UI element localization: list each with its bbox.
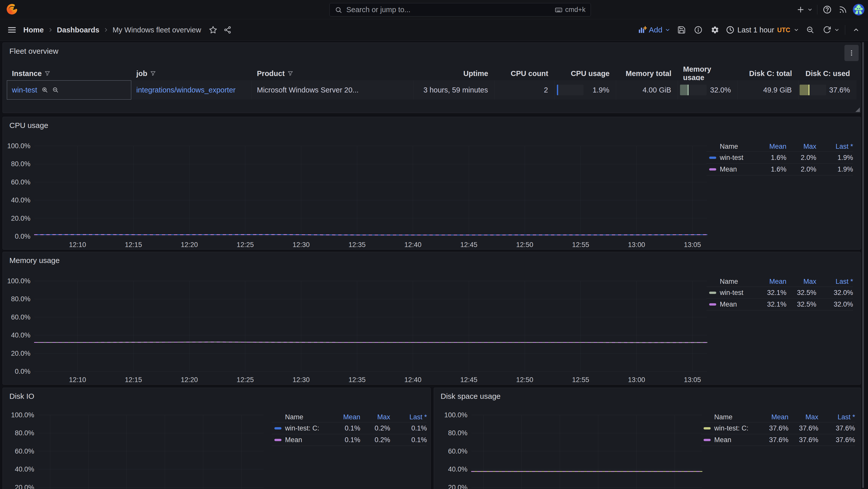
panel-resize-handle[interactable] — [855, 108, 860, 112]
column-header-product[interactable]: Product — [252, 69, 413, 78]
legend-header-name[interactable]: Name — [707, 143, 752, 151]
share-button[interactable] — [223, 26, 231, 34]
legend-header-mean[interactable]: Mean — [752, 143, 786, 151]
x-axis-tick-label: 12:15 — [116, 376, 151, 384]
legend-header-max[interactable]: Max — [788, 413, 818, 421]
legend-series-name[interactable]: win-test: C: — [714, 424, 748, 432]
help-button[interactable] — [822, 4, 833, 16]
legend-series-name[interactable]: Mean — [285, 436, 302, 444]
x-axis-tick-label: 12:25 — [227, 376, 263, 384]
breadcrumb-home[interactable]: Home — [23, 26, 44, 34]
legend-value: 1.9% — [816, 165, 853, 173]
legend-series-name[interactable]: Mean — [720, 301, 737, 308]
legend-header-last-[interactable]: Last * — [816, 143, 853, 151]
legend-series-name[interactable]: win-test — [720, 289, 743, 297]
legend-header-mean[interactable]: Mean — [754, 413, 788, 421]
legend-header-name[interactable]: Name — [707, 278, 752, 285]
legend-series-name[interactable]: win-test — [720, 154, 743, 162]
legend-value: 37.6% — [754, 436, 788, 444]
panel-title: Disk space usage — [441, 392, 501, 401]
legend-header-name[interactable]: Name — [272, 413, 326, 421]
panel-menu-button[interactable] — [844, 45, 859, 61]
job-link[interactable]: integrations/windows_exporter — [136, 86, 236, 94]
top-nav-bar: Search or jump to... cmd+k — [0, 0, 868, 19]
column-header-disk-used[interactable]: Disk C: used — [799, 69, 857, 78]
legend-table: NameMeanMaxLast *win-test1.6%2.0%1.9%Mea… — [707, 142, 853, 175]
column-header-memory-total[interactable]: Memory total — [616, 69, 678, 78]
y-axis-tick-label: 40.0% — [3, 465, 34, 473]
column-header-job[interactable]: job — [131, 69, 252, 78]
column-header-disk-total[interactable]: Disk C: total — [738, 69, 799, 78]
breadcrumb-dashboards[interactable]: Dashboards — [57, 26, 99, 34]
new-menu-button[interactable] — [795, 4, 813, 16]
legend-value: 0.1% — [390, 436, 427, 444]
filter-icon[interactable] — [287, 70, 293, 77]
y-axis-tick-label: 0.0% — [3, 368, 30, 375]
cell-product: Microsoft Windows Server 20... — [252, 80, 413, 99]
add-panel-button[interactable]: Add — [638, 25, 671, 34]
column-header-instance[interactable]: Instance — [7, 69, 131, 78]
page-scrollbar-thumb[interactable] — [862, 42, 864, 488]
legend-header-last-[interactable]: Last * — [390, 413, 427, 421]
x-axis-tick-label: 12:50 — [507, 241, 542, 249]
collapse-toolbar-button[interactable] — [850, 24, 862, 36]
cell-memory-total: 4.00 GiB — [616, 80, 678, 99]
time-range-picker[interactable]: Last 1 hour UTC — [726, 26, 800, 34]
x-axis-tick-label: 12:20 — [172, 376, 207, 384]
legend-header-name[interactable]: Name — [701, 413, 754, 421]
search-input[interactable]: Search or jump to... cmd+k — [329, 3, 591, 17]
instance-link[interactable]: win-test — [12, 86, 37, 94]
x-axis-tick-label: 12:35 — [339, 376, 375, 384]
x-axis-tick-label: 13:00 — [619, 241, 654, 249]
hamburger-menu-button[interactable] — [6, 24, 18, 36]
column-header-cpu-count[interactable]: CPU count — [495, 69, 555, 78]
zoom-out-time-button[interactable] — [804, 24, 816, 36]
series-color-swatch — [709, 292, 716, 294]
column-header-uptime[interactable]: Uptime — [413, 69, 495, 78]
legend-value: 0.1% — [326, 424, 360, 432]
y-axis-tick-label: 100.0% — [3, 411, 34, 419]
legend-header-mean[interactable]: Mean — [326, 413, 360, 421]
cell-uptime: 3 hours, 59 minutes — [413, 80, 495, 99]
series-color-swatch — [274, 439, 281, 441]
dashboard-settings-button[interactable] — [709, 24, 721, 36]
legend-header-mean[interactable]: Mean — [752, 278, 786, 285]
save-dashboard-button[interactable] — [676, 24, 687, 36]
series-line-mean — [34, 235, 707, 235]
chevron-down-icon — [807, 7, 813, 13]
user-avatar[interactable] — [853, 4, 864, 16]
zoom-in-icon[interactable] — [41, 86, 49, 93]
dashboard-info-button[interactable] — [692, 24, 704, 36]
panel-title: CPU usage — [9, 121, 48, 130]
legend-header-max[interactable]: Max — [786, 143, 816, 151]
column-header-memory-usage[interactable]: Memory usage — [678, 65, 738, 82]
legend-series-name[interactable]: Mean — [714, 436, 732, 444]
legend-series-name[interactable]: Mean — [720, 165, 737, 173]
filter-icon[interactable] — [44, 70, 51, 77]
legend-header-max[interactable]: Max — [786, 278, 816, 285]
legend-series-name[interactable]: win-test: C: — [285, 424, 319, 432]
column-header-cpu-usage[interactable]: CPU usage — [555, 69, 616, 78]
favorite-star-button[interactable] — [209, 26, 217, 34]
add-panel-icon — [638, 25, 647, 34]
legend-row: Mean0.1%0.2%0.1% — [272, 434, 427, 446]
y-axis-tick-label: 60.0% — [3, 313, 30, 321]
legend-value: 1.6% — [752, 154, 786, 162]
refresh-button-group[interactable] — [821, 24, 840, 36]
y-axis-tick-label: 80.0% — [3, 160, 30, 168]
grafana-logo[interactable] — [6, 3, 18, 16]
legend-row: win-test32.1%32.5%32.0% — [707, 286, 853, 299]
x-axis-tick-label: 12:35 — [339, 241, 375, 249]
legend-header-max[interactable]: Max — [360, 413, 390, 421]
x-axis-tick-label: 12:30 — [283, 241, 319, 249]
news-rss-button[interactable] — [837, 4, 849, 16]
filter-icon[interactable] — [150, 70, 156, 77]
legend-value: 0.2% — [360, 436, 390, 444]
series-color-swatch — [709, 157, 716, 159]
legend-value: 1.6% — [752, 165, 786, 173]
cell-instance: win-test — [7, 80, 131, 99]
legend-header-last-[interactable]: Last * — [816, 278, 853, 285]
zoom-out-icon[interactable] — [52, 86, 59, 93]
legend-header-last-[interactable]: Last * — [818, 413, 855, 421]
refresh-icon — [821, 24, 833, 36]
